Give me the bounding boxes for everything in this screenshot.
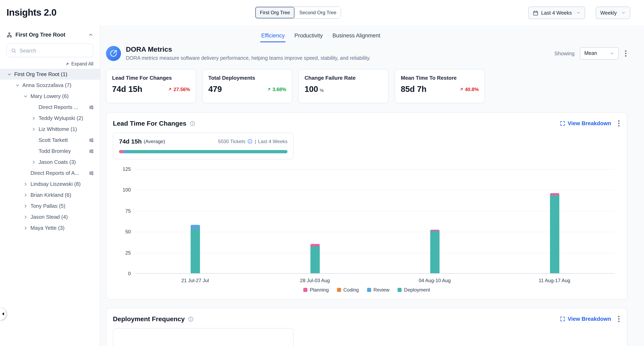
info-icon[interactable] bbox=[190, 121, 195, 126]
tree-item-label: Maya Yette (3) bbox=[30, 225, 64, 231]
y-axis-tick: 125 bbox=[113, 166, 131, 172]
y-axis-tick: 100 bbox=[113, 187, 131, 193]
granularity-value: Weekly bbox=[600, 10, 617, 16]
tree-item-liz-whittome-1[interactable]: Liz Whittome (1) bbox=[0, 124, 100, 135]
tree-item-anna-scozzafava-7[interactable]: Anna Scozzafava (7) bbox=[0, 80, 100, 91]
tree-item-jason-stead-4[interactable]: Jason Stead (4) bbox=[0, 211, 100, 222]
tree-item-jason-coats-3[interactable]: Jason Coats (3) bbox=[0, 156, 100, 167]
tree-item-brian-kirkland-6[interactable]: Brian Kirkland (6) bbox=[0, 190, 100, 201]
lead-time-summary-card: 74d 15h (Average) 5030 Tickets | Last 4 … bbox=[113, 132, 294, 159]
bar-segment-review bbox=[190, 225, 200, 230]
chart-columns bbox=[135, 169, 614, 273]
tree-item-label: Brian Kirkland (6) bbox=[30, 192, 71, 198]
granularity-select[interactable]: Weekly bbox=[596, 7, 630, 19]
filter-sliders-icon[interactable] bbox=[88, 148, 94, 154]
tree-item-label: Direct Reports of A... bbox=[30, 170, 79, 176]
filter-sliders-icon[interactable] bbox=[88, 170, 94, 176]
metric-card-title: Total Deployments bbox=[208, 75, 286, 81]
chevron-right-icon[interactable] bbox=[23, 203, 28, 209]
distribution-segment-deployment bbox=[129, 150, 288, 153]
tree-item-first-org-tree-root-1[interactable]: First Org Tree Root (1) bbox=[0, 69, 100, 80]
meta-separator: | bbox=[255, 138, 256, 144]
metric-card-value: 100% bbox=[304, 85, 324, 94]
lead-time-panel-title: Lead Time For Changes bbox=[113, 120, 186, 127]
filter-sliders-icon[interactable] bbox=[88, 137, 94, 143]
tree-item-mary-lowery-6[interactable]: Mary Lowery (6) bbox=[0, 91, 100, 102]
tree-item-maya-yette-3[interactable]: Maya Yette (3) bbox=[0, 222, 100, 233]
tree-item-label: Jason Stead (4) bbox=[30, 214, 68, 220]
tree-item-label: Mary Lowery (6) bbox=[30, 93, 68, 99]
app-body: First Org Tree Root Expand All First Org… bbox=[0, 25, 644, 346]
kebab-menu-icon[interactable] bbox=[617, 119, 620, 128]
kebab-menu-icon[interactable] bbox=[624, 49, 627, 58]
chevron-right-icon[interactable] bbox=[31, 159, 36, 165]
chart-column-21-jul-27-jul bbox=[135, 169, 255, 273]
sidebar: First Org Tree Root Expand All First Org… bbox=[0, 25, 100, 346]
view-breakdown-button[interactable]: View Breakdown bbox=[560, 120, 611, 126]
summary-value: 74d 15h bbox=[119, 138, 142, 145]
view-breakdown-button[interactable]: View Breakdown bbox=[560, 316, 611, 322]
chevron-right-icon[interactable] bbox=[31, 115, 36, 121]
search-icon bbox=[11, 48, 16, 53]
tree-item-direct-reports-of-a[interactable]: Direct Reports of A... bbox=[0, 167, 100, 179]
org-tree-icon bbox=[6, 32, 12, 38]
x-axis-label: 04 Aug-10 Aug bbox=[375, 278, 494, 283]
chevron-spacer bbox=[31, 137, 36, 143]
search-input[interactable] bbox=[20, 47, 89, 54]
tree-item-label: Anna Scozzafava (7) bbox=[22, 82, 71, 88]
expand-all-button[interactable]: Expand All bbox=[6, 61, 94, 66]
chevron-right-icon[interactable] bbox=[23, 225, 28, 231]
tree-item-label: Tony Pallas (5) bbox=[30, 203, 65, 209]
sidebar-title: First Org Tree Root bbox=[16, 32, 85, 38]
sidebar-header: First Org Tree Root bbox=[0, 25, 100, 44]
chevron-right-icon[interactable] bbox=[23, 214, 28, 220]
bar-segment-deployment bbox=[190, 230, 200, 273]
date-range-select[interactable]: Last 4 Weeks bbox=[528, 7, 585, 19]
chevron-right-icon[interactable] bbox=[23, 192, 28, 198]
expand-icon bbox=[560, 316, 565, 322]
bar-segment-planning bbox=[550, 193, 559, 195]
tree-item-scott-tarkett[interactable]: Scott Tarkett bbox=[0, 135, 100, 145]
chevron-down-icon[interactable] bbox=[6, 71, 12, 77]
tree-item-teddy-wylupski-2[interactable]: Teddy Wylupski (2) bbox=[0, 113, 100, 124]
kebab-menu-icon[interactable] bbox=[617, 315, 620, 323]
distribution-segment-planning bbox=[119, 150, 122, 153]
filter-sliders-icon[interactable] bbox=[88, 104, 94, 110]
org-tree-toggle-first-org-tree[interactable]: First Org Tree bbox=[256, 7, 294, 18]
chevron-right-icon[interactable] bbox=[23, 181, 28, 187]
aggregation-value: Mean bbox=[584, 50, 597, 56]
tree-item-tony-pallas-5[interactable]: Tony Pallas (5) bbox=[0, 201, 100, 211]
tab-efficiency[interactable]: Efficiency bbox=[260, 30, 286, 42]
org-tree-toggle-second-org-tree[interactable]: Second Org Tree bbox=[294, 7, 341, 18]
chevron-down-icon bbox=[610, 51, 614, 56]
calendar-icon bbox=[532, 10, 538, 16]
tickets-count: 5030 Tickets bbox=[218, 138, 246, 144]
dora-metrics-description: DORA metrics measure software delivery p… bbox=[126, 55, 370, 61]
dora-metrics-header: DORA Metrics DORA metrics measure softwa… bbox=[106, 46, 627, 61]
tree-item-label: Teddy Wylupski (2) bbox=[38, 115, 83, 121]
metric-cards: Lead Time For Changes74d 15h27.56%Total … bbox=[106, 69, 627, 103]
app-title: Insights 2.0 bbox=[6, 7, 56, 18]
org-tree: First Org Tree Root (1)Anna Scozzafava (… bbox=[0, 69, 100, 233]
chevron-down-icon[interactable] bbox=[14, 82, 20, 88]
panel-actions: View Breakdown bbox=[560, 315, 620, 323]
deployment-summary-card bbox=[113, 328, 294, 346]
info-icon[interactable] bbox=[248, 139, 253, 144]
tab-productivity[interactable]: Productivity bbox=[294, 30, 324, 42]
x-axis-label: 11 Aug-17 Aug bbox=[494, 278, 614, 283]
metric-card-title: Change Failure Rate bbox=[304, 75, 382, 81]
tree-item-todd-bromley[interactable]: Todd Bromley bbox=[0, 145, 100, 156]
chevron-down-icon[interactable] bbox=[23, 93, 28, 99]
lead-time-chart: 025507510012521 Jul-27 Jul28 Jul-03 Aug0… bbox=[113, 165, 620, 284]
tree-item-label: Lindsay Liszewski (8) bbox=[30, 181, 80, 187]
tree-item-lindsay-liszewski-8[interactable]: Lindsay Liszewski (8) bbox=[0, 179, 100, 190]
tab-business-alignment[interactable]: Business Alignment bbox=[332, 30, 381, 42]
metric-card-delta: 27.56% bbox=[168, 86, 190, 92]
chevron-right-icon[interactable] bbox=[31, 126, 36, 132]
chevron-up-icon[interactable] bbox=[88, 32, 94, 37]
aggregation-select[interactable]: Mean bbox=[580, 47, 619, 60]
stacked-bar bbox=[310, 244, 320, 273]
info-icon[interactable] bbox=[188, 316, 194, 322]
tree-item-direct-reports[interactable]: Direct Reports ... bbox=[0, 102, 100, 113]
legend-item-planning: Planning bbox=[303, 287, 329, 293]
